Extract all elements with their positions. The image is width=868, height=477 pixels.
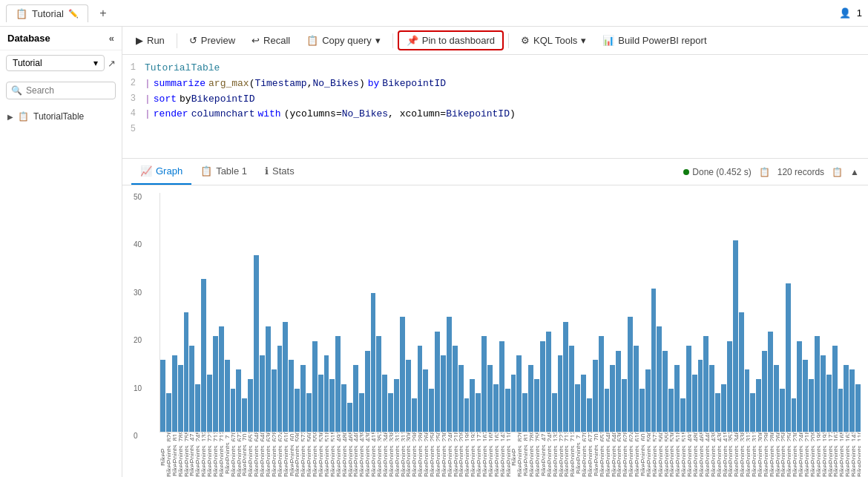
collapse-results-icon[interactable]: ▲ xyxy=(850,167,859,177)
chart-bar[interactable] xyxy=(324,355,329,432)
chart-bar[interactable] xyxy=(838,389,844,432)
chart-bar[interactable] xyxy=(458,365,464,432)
user-icon[interactable]: 👤 xyxy=(839,7,851,19)
chart-bar[interactable] xyxy=(662,351,668,432)
chart-bar[interactable] xyxy=(184,312,189,432)
chart-bar[interactable] xyxy=(709,365,714,432)
chart-bar[interactable] xyxy=(272,369,277,432)
chart-bar[interactable] xyxy=(178,365,183,432)
chart-bar[interactable] xyxy=(651,289,657,432)
chart-bar[interactable] xyxy=(587,398,592,432)
chart-bar[interactable] xyxy=(201,279,206,432)
pin-to-dashboard-button[interactable]: 📌 Pin to dashboard xyxy=(398,30,504,50)
chart-bar[interactable] xyxy=(721,384,726,432)
title-tab[interactable]: 📋 Tutorial ✏️ xyxy=(6,4,88,22)
chart-bar[interactable] xyxy=(628,317,633,432)
chart-bar[interactable] xyxy=(347,403,352,432)
tab-graph[interactable]: 📈 Graph xyxy=(131,159,191,185)
chart-bar[interactable] xyxy=(792,398,797,432)
chart-bar[interactable] xyxy=(248,379,253,432)
chart-bar[interactable] xyxy=(418,346,423,432)
chart-bar[interactable] xyxy=(563,322,568,432)
edit-icon[interactable]: ✏️ xyxy=(68,9,79,19)
chart-bar[interactable] xyxy=(318,375,323,432)
chart-bar[interactable] xyxy=(283,322,288,432)
chart-bar[interactable] xyxy=(499,341,504,432)
add-tab-button[interactable]: + xyxy=(94,4,112,22)
chart-bar[interactable] xyxy=(493,384,499,432)
chart-bar[interactable] xyxy=(686,346,691,432)
tree-item-tutorial-table[interactable]: ▶ 📋 TutorialTable xyxy=(0,108,122,125)
chart-bar[interactable] xyxy=(797,341,802,432)
chart-bar[interactable] xyxy=(242,398,247,432)
chart-bar[interactable] xyxy=(733,240,738,432)
chart-bar[interactable] xyxy=(335,336,341,432)
chart-bar[interactable] xyxy=(505,389,510,432)
chart-bar[interactable] xyxy=(329,379,335,432)
chart-bar[interactable] xyxy=(803,360,808,432)
chart-bar[interactable] xyxy=(511,375,516,432)
chart-bar[interactable] xyxy=(674,365,680,432)
db-dropdown[interactable]: Tutorial ▾ xyxy=(6,55,105,71)
chart-bar[interactable] xyxy=(622,379,627,432)
chart-bar[interactable] xyxy=(195,384,200,432)
preview-button[interactable]: ↺ Preview xyxy=(182,32,243,49)
chart-bar[interactable] xyxy=(470,379,475,432)
chart-bar[interactable] xyxy=(365,351,370,432)
collapse-icon[interactable]: « xyxy=(109,33,114,44)
tab-stats[interactable]: ℹ Stats xyxy=(256,159,303,185)
chart-bar[interactable] xyxy=(768,332,773,432)
chart-bar[interactable] xyxy=(487,365,493,432)
chart-bar[interactable] xyxy=(668,389,674,432)
chart-bar[interactable] xyxy=(844,365,849,432)
chart-bar[interactable] xyxy=(394,379,399,432)
chart-bar[interactable] xyxy=(645,369,651,432)
chart-bar[interactable] xyxy=(522,393,527,432)
copy-query-button[interactable]: 📋 Copy query ▾ xyxy=(299,32,387,49)
chart-bar[interactable] xyxy=(540,341,545,432)
run-button[interactable]: ▶ Run xyxy=(128,32,172,49)
chart-bar[interactable] xyxy=(657,326,662,432)
chart-bar[interactable] xyxy=(826,375,832,432)
chart-bar[interactable] xyxy=(295,389,300,432)
chart-bar[interactable] xyxy=(359,393,364,432)
chart-bar[interactable] xyxy=(219,326,224,432)
chart-bar[interactable] xyxy=(429,389,434,432)
chart-bar[interactable] xyxy=(464,398,470,432)
chart-bar[interactable] xyxy=(341,384,346,432)
recall-button[interactable]: ↩ Recall xyxy=(244,32,297,49)
chart-bar[interactable] xyxy=(780,389,785,432)
chart-bar[interactable] xyxy=(376,336,381,432)
chart-bar[interactable] xyxy=(435,332,440,432)
chart-bar[interactable] xyxy=(552,393,557,432)
chart-bar[interactable] xyxy=(605,389,610,432)
chart-bar[interactable] xyxy=(260,355,265,432)
chart-bar[interactable] xyxy=(575,384,580,432)
chart-bar[interactable] xyxy=(727,341,732,432)
chart-bar[interactable] xyxy=(640,389,645,432)
tab-table[interactable]: 📋 Table 1 xyxy=(191,159,256,185)
kql-tools-button[interactable]: ⚙ KQL Tools ▾ xyxy=(513,32,594,49)
chart-bar[interactable] xyxy=(809,379,814,432)
chart-bar[interactable] xyxy=(300,365,306,432)
chart-bar[interactable] xyxy=(277,346,283,432)
search-input[interactable] xyxy=(6,82,116,99)
chart-bar[interactable] xyxy=(400,317,405,432)
chart-bar[interactable] xyxy=(832,346,838,432)
chart-bar[interactable] xyxy=(353,365,358,432)
chart-bar[interactable] xyxy=(166,393,171,432)
chart-bar[interactable] xyxy=(750,393,755,432)
chart-bar[interactable] xyxy=(616,351,621,432)
chart-bar[interactable] xyxy=(569,346,574,432)
chart-bar[interactable] xyxy=(815,336,820,432)
code-editor[interactable]: 1 TutorialTable 2 | summarize arg_max(Ti… xyxy=(122,55,868,159)
chart-bar[interactable] xyxy=(855,384,861,432)
chart-bar[interactable] xyxy=(634,346,639,432)
chart-bar[interactable] xyxy=(447,317,452,432)
chart-bar[interactable] xyxy=(213,336,218,432)
chart-bar[interactable] xyxy=(231,389,236,432)
chart-bar[interactable] xyxy=(756,379,761,432)
chart-bar[interactable] xyxy=(762,351,767,432)
chart-bar[interactable] xyxy=(406,360,411,432)
chart-bar[interactable] xyxy=(703,336,708,432)
